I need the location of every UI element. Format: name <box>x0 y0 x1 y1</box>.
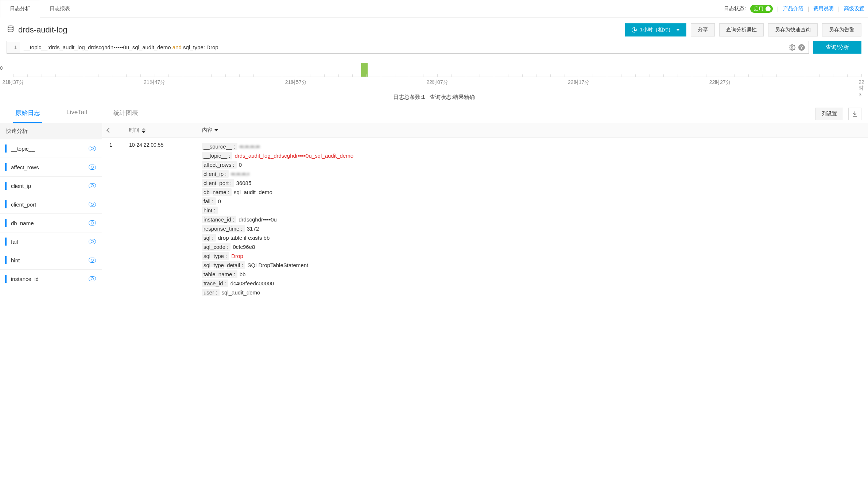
tab-log-report[interactable]: 日志报表 <box>40 0 80 17</box>
field-item[interactable]: client_ip <box>0 177 102 195</box>
log-row: 1 10-24 22:00:55 __source__ :▪▪.▪▪.▪▪.▪▪… <box>102 138 868 301</box>
log-field-value[interactable]: ▪▪.▪▪.▪▪.▪ <box>229 171 249 177</box>
eye-icon[interactable] <box>89 258 96 263</box>
log-field-key[interactable]: sql_type : <box>202 252 229 260</box>
log-field-value[interactable]: sql_audit_demo <box>232 189 272 195</box>
tab-charts[interactable]: 统计图表 <box>111 104 140 123</box>
field-bar <box>5 238 7 246</box>
log-field-value[interactable]: drds_audit_log_drdscghdr▪▪▪▪0u_sql_audit… <box>232 153 353 159</box>
time-range-label: 1小时（相对） <box>640 27 673 33</box>
timeline-chart[interactable]: 0 21时37分21时47分21时57分22时07分22时17分22时27分22… <box>0 56 868 88</box>
link-product-intro[interactable]: 产品介绍 <box>783 5 803 12</box>
log-field: table_name :bb <box>202 270 863 279</box>
log-field-value[interactable]: 0 <box>237 162 242 168</box>
query-line-number: 1 <box>7 42 20 53</box>
log-field-key[interactable]: table_name : <box>202 270 237 278</box>
query-text-pre: __topic__:drds_audit_log_drdscghdn▪▪▪▪▪0… <box>24 44 173 50</box>
gear-icon[interactable] <box>789 44 795 51</box>
log-field-value[interactable]: dc408feedc00000 <box>228 280 274 286</box>
log-field-value[interactable]: drop table if exists bb <box>216 235 270 241</box>
field-item[interactable]: db_name <box>0 214 102 232</box>
log-field-key[interactable]: __topic__ : <box>202 152 232 159</box>
log-field-value[interactable]: 0cfc96e8 <box>230 244 255 250</box>
field-name: client_ip <box>11 183 31 189</box>
log-field-key[interactable]: db_name : <box>202 188 232 196</box>
tab-livetail[interactable]: LiveTail <box>64 104 89 123</box>
log-field: __source__ :▪▪.▪▪.▪▪.▪▪ <box>202 142 863 151</box>
share-button[interactable]: 分享 <box>691 23 715 36</box>
save-alert-button[interactable]: 另存为告警 <box>822 23 861 36</box>
log-field-key[interactable]: hint : <box>202 207 218 214</box>
eye-icon[interactable] <box>89 202 96 207</box>
field-bar <box>5 182 7 190</box>
log-field-value[interactable]: SQLDropTableStatement <box>245 262 308 268</box>
log-field-value[interactable]: bb <box>237 271 246 277</box>
content-column-header[interactable]: 内容 <box>202 127 863 134</box>
field-name: instance_id <box>11 276 39 282</box>
link-fee-info[interactable]: 费用说明 <box>813 5 834 12</box>
field-item[interactable]: instance_id <box>0 270 102 288</box>
save-quick-query-button[interactable]: 另存为快速查询 <box>768 23 818 36</box>
log-field-value[interactable]: ▪▪.▪▪.▪▪.▪▪ <box>237 143 260 150</box>
query-attrs-button[interactable]: 查询分析属性 <box>719 23 764 36</box>
eye-icon[interactable] <box>89 146 96 151</box>
eye-icon[interactable] <box>89 165 96 170</box>
sidebar-header: 快速分析 <box>0 123 102 139</box>
help-icon[interactable]: ? <box>798 44 805 51</box>
field-name: affect_rows <box>11 164 39 170</box>
log-field-key[interactable]: trace_id : <box>202 280 228 287</box>
log-field: sql_type :Drop <box>202 251 863 261</box>
column-settings-button[interactable]: 列设置 <box>815 108 843 120</box>
field-name: db_name <box>11 220 34 226</box>
field-item[interactable]: __topic__ <box>0 139 102 158</box>
query-input[interactable]: __topic__:drds_audit_log_drdscghdn▪▪▪▪▪0… <box>20 41 789 53</box>
time-range-button[interactable]: 1小时（相对） <box>625 23 686 36</box>
log-field: response_time :3172 <box>202 224 863 233</box>
log-field: sql :drop table if exists bb <box>202 233 863 242</box>
log-field-key[interactable]: sql_code : <box>202 243 230 251</box>
log-field-value[interactable]: 0 <box>216 198 221 204</box>
field-bar <box>5 256 7 264</box>
eye-icon[interactable] <box>89 276 96 281</box>
time-column-header[interactable]: 时间 <box>129 127 202 134</box>
eye-icon[interactable] <box>89 239 96 244</box>
log-field-key[interactable]: sql_type_detail : <box>202 261 245 269</box>
field-name: __topic__ <box>11 146 35 152</box>
log-field-key[interactable]: user : <box>202 289 220 296</box>
log-field-key[interactable]: client_ip : <box>202 170 229 178</box>
field-item[interactable]: affect_rows <box>0 158 102 177</box>
log-field-key[interactable]: fail : <box>202 197 216 205</box>
log-field-value[interactable]: drdscghdr▪▪▪▪0u <box>236 216 277 223</box>
log-field: affect_rows :0 <box>202 160 863 169</box>
log-status-toggle[interactable]: 启用 <box>750 5 773 13</box>
log-field-value[interactable]: sql_audit_demo <box>220 289 260 296</box>
tab-log-analysis[interactable]: 日志分析 <box>0 0 40 18</box>
log-field-key[interactable]: sql : <box>202 234 216 242</box>
field-bar <box>5 219 7 227</box>
toggle-label: 启用 <box>754 5 763 12</box>
log-status-label: 日志状态: <box>724 5 746 12</box>
tab-raw-logs[interactable]: 原始日志 <box>13 104 42 123</box>
log-field-value[interactable] <box>218 207 220 213</box>
link-advanced-settings[interactable]: 高级设置 <box>844 5 864 12</box>
log-field-key[interactable]: instance_id : <box>202 216 236 223</box>
download-button[interactable] <box>848 108 861 120</box>
log-field-value[interactable]: Drop <box>229 253 243 259</box>
eye-icon[interactable] <box>89 183 96 188</box>
back-button[interactable] <box>107 128 129 132</box>
log-field-value[interactable]: 3172 <box>245 225 259 232</box>
timeline-tick-label: 22时3 <box>859 79 864 97</box>
log-field-key[interactable]: affect_rows : <box>202 161 237 169</box>
log-field-key[interactable]: __source__ : <box>202 143 237 150</box>
field-item[interactable]: client_port <box>0 195 102 214</box>
field-item[interactable]: fail <box>0 232 102 251</box>
log-field-key[interactable]: client_port : <box>202 179 234 187</box>
eye-icon[interactable] <box>89 220 96 225</box>
log-field: client_port :36085 <box>202 178 863 188</box>
field-item[interactable]: hint <box>0 251 102 270</box>
chevron-down-icon <box>214 129 218 131</box>
log-index: 1 <box>107 142 129 297</box>
search-button[interactable]: 查询/分析 <box>813 41 861 54</box>
log-field-value[interactable]: 36085 <box>234 180 252 186</box>
log-field-key[interactable]: response_time : <box>202 225 245 232</box>
